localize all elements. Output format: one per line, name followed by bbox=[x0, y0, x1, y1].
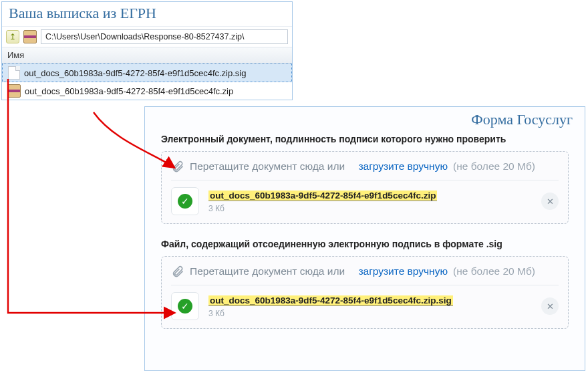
upload-link[interactable]: загрузите вручную bbox=[358, 160, 448, 172]
file-name: out_docs_60b1983a-9df5-4272-85f4-e9f1d5c… bbox=[25, 86, 233, 96]
archive-path-input[interactable] bbox=[41, 29, 288, 44]
upload-success-badge: ✓ bbox=[171, 292, 199, 320]
section-label-document: Электронный документ, подлинность подпис… bbox=[145, 130, 585, 151]
file-row-sig[interactable]: out_docs_60b1983a-9df5-4272-85f4-e9f1d5c… bbox=[2, 64, 292, 82]
egrn-title: Ваша выписка из ЕГРН bbox=[2, 2, 292, 27]
uploaded-file-size: 3 Кб bbox=[208, 309, 453, 318]
close-icon: ✕ bbox=[547, 301, 554, 311]
drop-size-limit: (не более 20 Мб) bbox=[453, 265, 535, 277]
gosuslugi-form-title: Форма Госуслуг bbox=[145, 107, 585, 130]
column-header-name[interactable]: Имя bbox=[2, 47, 292, 64]
check-icon: ✓ bbox=[178, 299, 192, 314]
file-row-zip[interactable]: out_docs_60b1983a-9df5-4272-85f4-e9f1d5c… bbox=[2, 82, 292, 100]
uploaded-file-card: ✓ out_docs_60b1983a-9df5-4272-85f4-e9f1d… bbox=[171, 187, 559, 215]
drop-zone-signature[interactable]: Перетащите документ сюда или загрузите в… bbox=[161, 256, 569, 329]
close-icon: ✕ bbox=[547, 197, 554, 207]
remove-file-button[interactable]: ✕ bbox=[541, 297, 559, 315]
drop-instruction: Перетащите документ сюда или загрузите в… bbox=[171, 265, 559, 278]
path-row: ↥ bbox=[2, 27, 292, 47]
uploaded-file-size: 3 Кб bbox=[208, 204, 437, 213]
archive-icon bbox=[7, 84, 21, 98]
check-icon: ✓ bbox=[178, 194, 192, 209]
paperclip-icon bbox=[171, 160, 184, 173]
egrn-panel: Ваша выписка из ЕГРН ↥ Имя out_docs_60b1… bbox=[1, 1, 293, 100]
divider bbox=[171, 180, 559, 180]
drop-instruction: Перетащите документ сюда или загрузите в… bbox=[171, 160, 559, 173]
upload-success-badge: ✓ bbox=[171, 187, 199, 215]
drop-size-limit: (не более 20 Мб) bbox=[453, 160, 535, 172]
remove-file-button[interactable]: ✕ bbox=[541, 193, 559, 210]
uploaded-file-card: ✓ out_docs_60b1983a-9df5-4272-85f4-e9f1d… bbox=[171, 292, 559, 320]
divider bbox=[171, 285, 559, 285]
section-label-signature: Файл, содержащий отсоединенную электронн… bbox=[145, 235, 585, 256]
folder-up-icon[interactable]: ↥ bbox=[6, 30, 19, 43]
upload-link[interactable]: загрузите вручную bbox=[358, 265, 448, 277]
file-icon bbox=[8, 66, 20, 80]
drop-text: Перетащите документ сюда или bbox=[190, 160, 345, 172]
drop-zone-document[interactable]: Перетащите документ сюда или загрузите в… bbox=[161, 151, 569, 224]
archive-icon bbox=[23, 30, 37, 43]
uploaded-file-name: out_docs_60b1983a-9df5-4272-85f4-e9f1d5c… bbox=[208, 295, 453, 306]
drop-text: Перетащите документ сюда или bbox=[190, 265, 345, 277]
uploaded-file-name: out_docs_60b1983a-9df5-4272-85f4-e9f1d5c… bbox=[208, 191, 437, 201]
gosuslugi-form: Форма Госуслуг Электронный документ, под… bbox=[144, 106, 585, 371]
paperclip-icon bbox=[171, 265, 184, 278]
file-name: out_docs_60b1983a-9df5-4272-85f4-e9f1d5c… bbox=[24, 68, 246, 78]
